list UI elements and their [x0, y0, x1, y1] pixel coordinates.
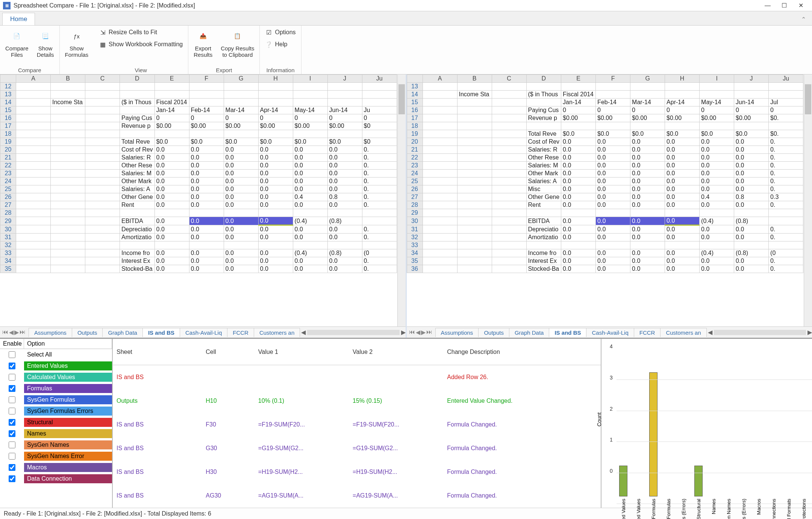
- option-row: Calculated Values: [0, 372, 112, 383]
- sheet-tab[interactable]: Outputs: [72, 328, 103, 337]
- option-label[interactable]: Structural: [24, 418, 112, 427]
- option-label[interactable]: Macros: [24, 463, 112, 472]
- app-icon: ▦: [3, 2, 11, 9]
- option-checkbox[interactable]: [9, 385, 15, 392]
- sheet-tab[interactable]: FCCR: [634, 328, 661, 337]
- chart-bar: Calculated Values: [632, 496, 645, 504]
- right-scroll-v[interactable]: [804, 74, 812, 326]
- option-checkbox[interactable]: [9, 363, 15, 369]
- sheet-tab[interactable]: Assumptions: [435, 328, 479, 337]
- sheet-tab[interactable]: Graph Data: [102, 328, 143, 337]
- right-sheet-tabs: ⏮◀▶⏭AssumptionsOutputsGraph DataIS and B…: [407, 326, 812, 338]
- compare-panes: ABCDEFGHIJJu121314Income Sta($ in ThousF…: [0, 74, 812, 338]
- option-checkbox[interactable]: [9, 453, 15, 460]
- chart-bar: SysGen Formulas (Errors): [677, 496, 690, 504]
- option-label[interactable]: Formulas: [24, 384, 112, 393]
- left-sheet-tabs: ⏮◀▶⏭AssumptionsOutputsGraph DataIS and B…: [0, 326, 406, 338]
- sheet-tab[interactable]: IS and BS: [549, 328, 586, 337]
- status-text: Ready - File 1: [Original.xlsx] - File 2…: [4, 510, 211, 517]
- option-checkbox[interactable]: [9, 419, 15, 426]
- sheet-tab[interactable]: FCCR: [227, 328, 254, 337]
- option-row: SysGen Formulas Errors: [0, 405, 112, 417]
- ribbon-group-compare: 📄 Compare Files 📃 Show Details Compare: [0, 26, 60, 74]
- option-checkbox[interactable]: [9, 408, 15, 414]
- option-checkbox[interactable]: [9, 430, 15, 437]
- ribbon-group-view: ƒx Show Formulas ⇲ Resize Cells to Fit ▦…: [60, 26, 189, 74]
- sheet-tab[interactable]: Customers an: [254, 328, 300, 337]
- resize-cells-button[interactable]: ⇲ Resize Cells to Fit: [97, 28, 184, 37]
- export-results-button[interactable]: 📤 Export Results: [192, 28, 214, 59]
- result-row[interactable]: IS and BSF30=F19-SUM(F20...=F19-SUM(F20.…: [113, 413, 601, 437]
- sheet-tab[interactable]: Cash-Avail-Liq: [180, 328, 227, 337]
- options-button[interactable]: ☑ Options: [264, 28, 297, 37]
- chart-pane: Count 01234 Entered ValuesCalculated Val…: [601, 339, 812, 508]
- maximize-button[interactable]: ☐: [776, 0, 792, 11]
- right-grid[interactable]: ABCDEFGHIJJu1314Income Sta($ in ThousFis…: [407, 74, 812, 326]
- options-pane: Enable Option Select AllEntered ValuesCa…: [0, 339, 113, 508]
- chart-y-axis: 01234: [610, 343, 613, 474]
- option-label[interactable]: Names: [24, 429, 112, 438]
- option-label[interactable]: Calculated Values: [24, 373, 112, 382]
- option-label[interactable]: SysGen Names Error: [24, 452, 112, 461]
- show-details-button[interactable]: 📃 Show Details: [35, 28, 56, 59]
- export-results-icon: 📤: [195, 29, 211, 44]
- option-row: Names: [0, 428, 112, 439]
- sheet-tab[interactable]: IS and BS: [142, 328, 180, 337]
- option-label[interactable]: SysGen Formulas Errors: [24, 407, 112, 416]
- option-checkbox[interactable]: [9, 464, 15, 471]
- close-button[interactable]: ✕: [792, 0, 809, 11]
- compare-files-icon: 📄: [9, 29, 24, 44]
- option-checkbox[interactable]: [9, 374, 15, 381]
- chart-bar: Names: [707, 496, 720, 504]
- sheet-tab[interactable]: Cash-Avail-Liq: [586, 328, 634, 337]
- tab-home[interactable]: Home: [2, 13, 35, 25]
- result-row[interactable]: OutputsH1010% (0.1)15% (0.15)Entered Val…: [113, 389, 601, 413]
- chart-bar: Data Connections: [767, 496, 780, 504]
- left-grid[interactable]: ABCDEFGHIJJu121314Income Sta($ in ThousF…: [0, 74, 406, 326]
- ribbon-group-export: 📤 Export Results 📋 Copy Results to Clipb…: [188, 26, 260, 74]
- bottom-panel: Enable Option Select AllEntered ValuesCa…: [0, 338, 812, 508]
- result-row[interactable]: IS and BSAdded Row 26.: [113, 365, 601, 389]
- option-checkbox[interactable]: [9, 396, 15, 403]
- chart-bar: Cell Formats: [782, 496, 795, 504]
- option-label[interactable]: Select All: [24, 350, 112, 359]
- help-button[interactable]: ❔ Help: [264, 40, 297, 49]
- option-label[interactable]: Entered Values: [24, 361, 112, 370]
- sheet-tab[interactable]: Assumptions: [29, 328, 72, 337]
- option-label[interactable]: SysGen Names: [24, 440, 112, 449]
- option-checkbox[interactable]: [9, 475, 15, 482]
- chart-bars: Entered ValuesCalculated ValuesFormulasS…: [617, 380, 812, 504]
- option-row: SysGen Names Error: [0, 451, 112, 462]
- results-table[interactable]: SheetCellValue 1Value 2Change Descriptio…: [113, 339, 601, 508]
- options-col-option: Option: [24, 339, 112, 349]
- result-row[interactable]: IS and BSH30=H19-SUM(H2...=H19-SUM(H2...…: [113, 460, 601, 484]
- chart-bar: Entered Values: [617, 466, 630, 504]
- option-row: Entered Values: [0, 360, 112, 372]
- ribbon-collapse-icon[interactable]: ⌃: [801, 16, 812, 25]
- option-label[interactable]: Data Connection: [24, 474, 112, 483]
- ribbon-tabs: Home ⌃: [0, 11, 812, 26]
- result-row[interactable]: IS and BSG30=G19-SUM(G2...=G19-SUM(G2...…: [113, 437, 601, 460]
- sheet-tab[interactable]: Graph Data: [509, 328, 550, 337]
- copy-results-icon: 📋: [230, 29, 245, 44]
- sheet-tab[interactable]: Customers an: [660, 328, 706, 337]
- options-icon: ☑: [265, 29, 273, 36]
- chart-bar: Cell Protections: [797, 496, 810, 504]
- chart-bar: SysGen Names (Errors): [737, 496, 750, 504]
- results-pane: SheetCellValue 1Value 2Change Descriptio…: [113, 339, 601, 508]
- show-formulas-button[interactable]: ƒx Show Formulas: [64, 28, 90, 59]
- option-checkbox[interactable]: [9, 442, 15, 448]
- chart-bar: SysGen Formulas: [662, 496, 675, 504]
- option-row: SysGen Formulas: [0, 394, 112, 405]
- chart-y-label: Count: [596, 412, 602, 426]
- result-row[interactable]: IS and BSAG30=AG19-SUM(A...=AG19-SUM(A..…: [113, 484, 601, 508]
- compare-files-button[interactable]: 📄 Compare Files: [4, 28, 30, 59]
- show-wb-formatting-button[interactable]: ▦ Show Workbook Formatting: [97, 40, 184, 49]
- copy-results-button[interactable]: 📋 Copy Results to Clipboard: [219, 28, 256, 59]
- option-label[interactable]: SysGen Formulas: [24, 395, 112, 404]
- options-col-enable: Enable: [0, 339, 24, 349]
- left-scroll-v[interactable]: [397, 74, 406, 326]
- sheet-tab[interactable]: Outputs: [478, 328, 509, 337]
- minimize-button[interactable]: —: [759, 0, 776, 11]
- option-checkbox[interactable]: [9, 351, 15, 358]
